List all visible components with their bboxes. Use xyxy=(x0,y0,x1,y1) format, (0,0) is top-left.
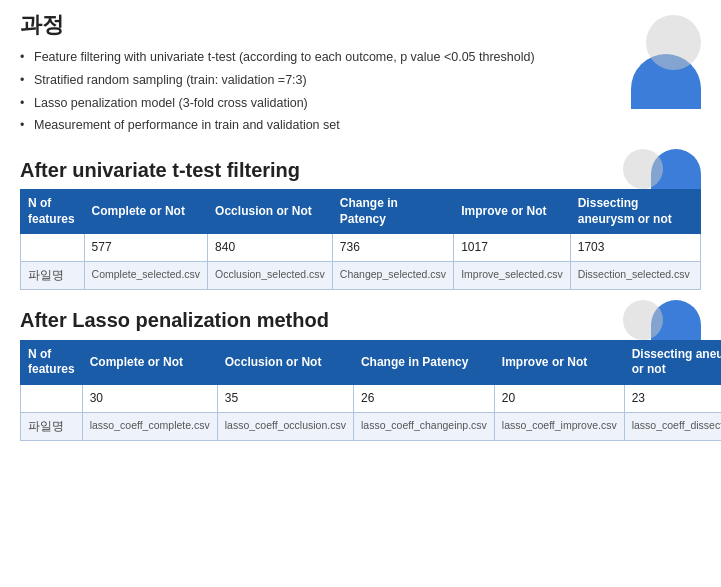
filename-cell: Complete_selected.csv xyxy=(84,261,208,289)
section1-header-row: After univariate t-test filtering xyxy=(20,149,701,189)
filename-cell: lasso_coeff_occlusion.csv xyxy=(217,412,353,440)
filename-cell: lasso_coeff_improve.csv xyxy=(494,412,624,440)
table-col-header: N of features xyxy=(21,340,83,384)
filename-cell: Occlusion_selected.csv xyxy=(208,261,333,289)
s1-deco-circle-gray xyxy=(623,149,663,189)
row-label-cell xyxy=(21,234,85,262)
value-cell: 30 xyxy=(82,384,217,412)
table-col-header: Improve or Not xyxy=(454,190,571,234)
bullet-item: Lasso penalization model (3-fold cross v… xyxy=(20,94,581,113)
value-cell: 736 xyxy=(332,234,453,262)
value-cell: 23 xyxy=(624,384,721,412)
table1-head: N of featuresComplete or NotOcclusion or… xyxy=(21,190,701,234)
table-col-header: Improve or Not xyxy=(494,340,624,384)
bullet-item: Stratified random sampling (train: valid… xyxy=(20,71,581,90)
table-col-header: Complete or Not xyxy=(84,190,208,234)
filename-cell: Dissection_selected.csv xyxy=(570,261,700,289)
value-cell: 35 xyxy=(217,384,353,412)
table-row: 파일명Complete_selected.csvOcclusion_select… xyxy=(21,261,701,289)
table1-header-row: N of featuresComplete or NotOcclusion or… xyxy=(21,190,701,234)
row-label-cell: 파일명 xyxy=(21,261,85,289)
top-section: 과정 Feature filtering with univariate t-t… xyxy=(20,10,701,139)
section1-title: After univariate t-test filtering xyxy=(20,159,300,182)
table-row: 파일명lasso_coeff_complete.csvlasso_coeff_o… xyxy=(21,412,722,440)
top-text-area: 과정 Feature filtering with univariate t-t… xyxy=(20,10,581,139)
bullet-item: Measurement of performance in train and … xyxy=(20,116,581,135)
table2-header-row: N of featuresComplete or NotOcclusion or… xyxy=(21,340,722,384)
table-col-header: Change in Patency xyxy=(332,190,453,234)
table-col-header: Complete or Not xyxy=(82,340,217,384)
table-section1: N of featuresComplete or NotOcclusion or… xyxy=(20,189,701,290)
table-col-header: Change in Patency xyxy=(353,340,494,384)
table-row: 57784073610171703 xyxy=(21,234,701,262)
bullet-list: Feature filtering with univariate t-test… xyxy=(20,48,581,135)
section2-decoration xyxy=(623,300,701,340)
value-cell: 1017 xyxy=(454,234,571,262)
value-cell: 20 xyxy=(494,384,624,412)
section2-title: After Lasso penalization method xyxy=(20,309,329,332)
filename-cell: lasso_coeff_changeinp.csv xyxy=(353,412,494,440)
section1-decoration xyxy=(623,149,701,189)
filename-cell: lasso_coeff_complete.csv xyxy=(82,412,217,440)
table-col-header: Occlusion or Not xyxy=(208,190,333,234)
table-section2: N of featuresComplete or NotOcclusion or… xyxy=(20,340,721,441)
row-label-cell: 파일명 xyxy=(21,412,83,440)
value-cell: 1703 xyxy=(570,234,700,262)
s2-deco-circle-gray xyxy=(623,300,663,340)
table2-body: 3035262023파일명lasso_coeff_complete.csvlas… xyxy=(21,384,722,440)
section2-header-row: After Lasso penalization method xyxy=(20,300,701,340)
value-cell: 840 xyxy=(208,234,333,262)
filename-cell: lasso_coeff_dissection.csv xyxy=(624,412,721,440)
table-row: 3035262023 xyxy=(21,384,722,412)
table-col-header: N of features xyxy=(21,190,85,234)
table-col-header: Dissecting aneurysm or not xyxy=(624,340,721,384)
filename-cell: Improve_selected.csv xyxy=(454,261,571,289)
table2-head: N of featuresComplete or NotOcclusion or… xyxy=(21,340,722,384)
table-col-header: Dissecting aneurysm or not xyxy=(570,190,700,234)
row-label-cell xyxy=(21,384,83,412)
deco-circle-gray xyxy=(646,15,701,70)
filename-cell: Changep_selected.csv xyxy=(332,261,453,289)
value-cell: 26 xyxy=(353,384,494,412)
top-title: 과정 xyxy=(20,10,581,40)
table1-body: 57784073610171703파일명Complete_selected.cs… xyxy=(21,234,701,290)
table-col-header: Occlusion or Not xyxy=(217,340,353,384)
top-decoration xyxy=(581,10,701,109)
value-cell: 577 xyxy=(84,234,208,262)
bullet-item: Feature filtering with univariate t-test… xyxy=(20,48,581,67)
